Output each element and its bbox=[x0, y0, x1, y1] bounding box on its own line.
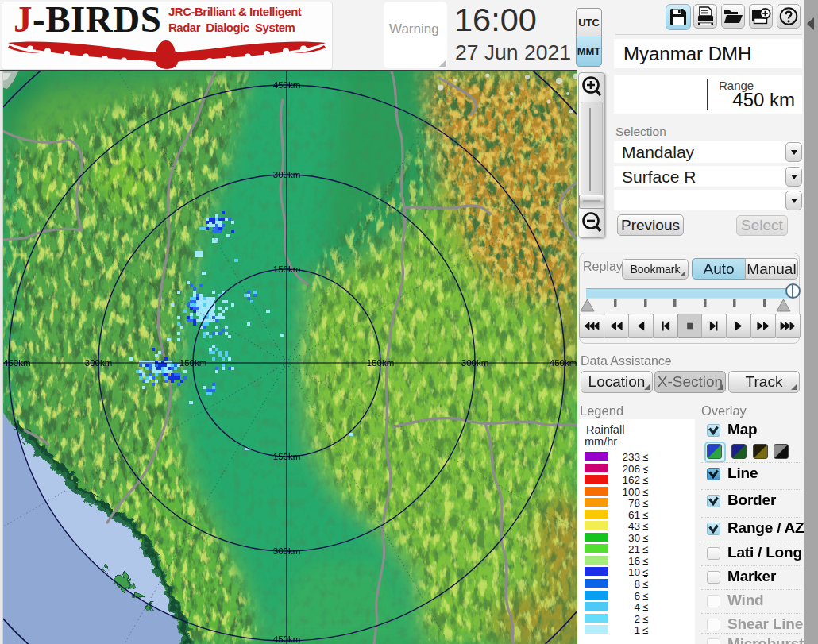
svg-text:300km: 300km bbox=[273, 546, 301, 556]
svg-text:450km: 450km bbox=[273, 634, 301, 644]
svg-text:450km: 450km bbox=[3, 358, 31, 368]
svg-text:300km: 300km bbox=[461, 358, 489, 368]
svg-text:300km: 300km bbox=[85, 358, 113, 368]
svg-text:150km: 150km bbox=[273, 264, 301, 274]
svg-text:450km: 450km bbox=[550, 358, 577, 368]
svg-text:150km: 150km bbox=[179, 358, 207, 368]
svg-text:450km: 450km bbox=[273, 80, 301, 90]
svg-text:300km: 300km bbox=[273, 170, 301, 179]
svg-text:150km: 150km bbox=[367, 358, 395, 368]
svg-text:150km: 150km bbox=[273, 452, 301, 461]
